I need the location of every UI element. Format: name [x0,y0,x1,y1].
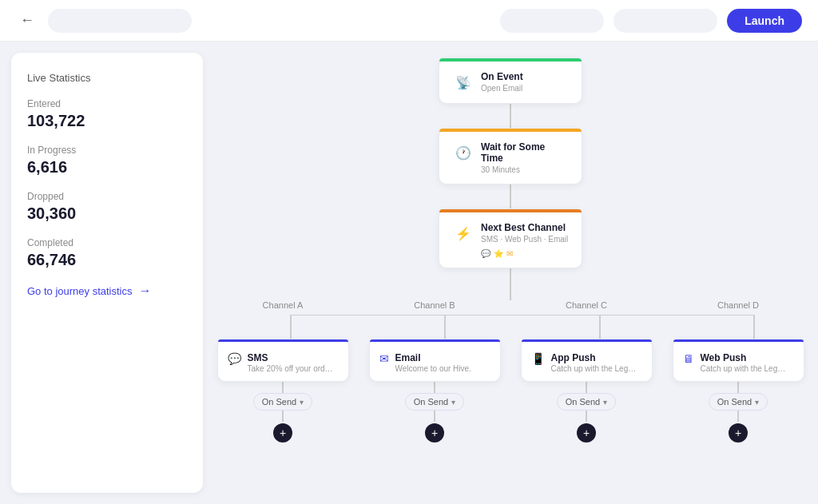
channel-b-col: ✉ Email Welcome to our Hive. On Send ▾ [369,339,501,442]
input-right[interactable] [614,9,717,33]
entered-value: 103,722 [27,112,187,130]
channel-c-card[interactable]: 📱 App Push Catch up with the Legends! [521,339,653,382]
topbar: ← Launch [0,0,818,42]
channel-a-header: 💬 SMS Take 20% off your order with code … [228,352,339,373]
wait-icon: 🕐 [452,141,475,164]
on-send-a[interactable]: On Send ▾ [253,393,312,411]
flow-container: 📡 On Event Open Email 🕐 Wait for Some Ti… [219,58,802,442]
channel-c-header: 📱 App Push Catch up with the Legends! [531,352,642,373]
on-send-b-chevron: ▾ [451,398,455,407]
channel-a-card[interactable]: 💬 SMS Take 20% off your order with code … [217,339,349,382]
on-send-conn-a [282,382,284,393]
nbc-sms-icon: 💬 [481,249,490,258]
channel-c-text: App Push Catch up with the Legends! [551,352,639,373]
add-btn-d[interactable]: + [729,423,748,442]
main-to-branch-connector [510,268,511,300]
wait-top-bar [439,129,582,132]
channel-c-col: 📱 App Push Catch up with the Legends! On… [521,339,653,442]
wait-title: Wait for Some Time [481,141,569,164]
on-event-icon: 📡 [452,71,475,93]
on-send-conn2-d [737,411,739,422]
on-send-c[interactable]: On Send ▾ [557,393,616,411]
nbc-title: Next Best Channel [481,222,568,233]
channel-a-text: SMS Take 20% off your order with code ..… [248,352,336,373]
channel-d-col: 🖥 Web Push Catch up with the Legends! On… [673,339,804,442]
nbc-channel-icons: 💬 ⭐ ✉ [481,249,569,258]
branch-label-a: Channel A [217,300,349,310]
flow-canvas: 📡 On Event Open Email 🕐 Wait for Some Ti… [203,42,818,504]
nbc-top-bar [439,209,582,212]
channel-b-subtitle: Welcome to our Hive. [395,364,471,373]
channel-b-text: Email Welcome to our Hive. [395,352,471,373]
channel-b-card[interactable]: ✉ Email Welcome to our Hive. [369,339,501,382]
nbc-push-icon: ⭐ [494,249,503,258]
dropped-value: 30,360 [27,204,187,223]
nbc-node[interactable]: ⚡ Next Best Channel SMS · Web Push · Ema… [439,208,582,268]
sms-icon: 💬 [228,352,241,365]
on-send-conn2-c [586,411,587,422]
back-button[interactable]: ← [16,10,38,32]
on-send-a-chevron: ▾ [300,398,304,407]
in-progress-label: In Progress [27,145,187,156]
branch-label-c: Channel C [521,300,653,310]
channel-a-subtitle: Take 20% off your order with code ... [248,364,336,373]
on-send-conn-b [434,382,435,393]
go-journey-text: Go to journey statistics [27,285,133,297]
nbc-text: Next Best Channel SMS · Web Push · Email [481,222,568,244]
add-btn-a[interactable]: + [273,423,292,442]
go-journey-link[interactable]: Go to journey statistics → [27,284,187,298]
on-send-conn-d [737,382,739,393]
branch-label-d: Channel D [673,300,804,310]
on-event-text: On Event Open Email [481,71,523,93]
dropped-label: Dropped [27,191,187,202]
on-send-b-label: On Send [414,397,448,407]
on-send-c-label: On Send [566,397,600,407]
channel-c-top-bar [522,339,652,342]
add-btn-c[interactable]: + [577,423,596,442]
channel-c-subtitle: Catch up with the Legends! [551,364,639,373]
channel-b-header: ✉ Email Welcome to our Hive. [379,352,490,373]
nbc-header: ⚡ Next Best Channel SMS · Web Push · Ema… [452,222,569,244]
on-event-node[interactable]: 📡 On Event Open Email [439,58,582,104]
completed-value: 66,746 [27,251,187,269]
on-event-subtitle: Open Email [481,84,523,93]
channel-d-header: 🖥 Web Push Catch up with the Legends! [683,352,794,373]
go-journey-arrow: → [139,284,152,298]
channel-a-title: SMS [248,352,336,363]
on-event-title: On Event [481,71,523,82]
channel-d-subtitle: Catch up with the Legends! [701,364,788,373]
wait-subtitle: 30 Minutes [481,165,569,174]
channel-d-title: Web Push [701,352,788,363]
input-mid[interactable] [500,9,604,33]
channel-a-col: 💬 SMS Take 20% off your order with code … [217,339,349,442]
nbc-email-icon: ✉ [506,249,513,258]
on-send-b[interactable]: On Send ▾ [405,393,464,411]
branch-svg [219,315,818,339]
channel-d-top-bar [673,339,804,342]
title-input-left[interactable] [48,9,192,33]
connector-2 [510,185,511,208]
wait-node[interactable]: 🕐 Wait for Some Time 30 Minutes [439,128,582,185]
channel-a-top-bar [218,339,348,342]
on-send-d-label: On Send [717,397,752,407]
branch-cards-row: 💬 SMS Take 20% off your order with code … [207,339,814,442]
main-area: Live Statistics Entered 103,722 In Progr… [0,42,818,504]
entered-label: Entered [27,98,187,109]
on-event-top-bar [439,58,582,62]
on-send-d[interactable]: On Send ▾ [709,393,768,411]
on-send-conn-c [586,382,587,393]
channel-b-top-bar [370,339,500,342]
on-send-c-chevron: ▾ [603,398,607,407]
channel-d-card[interactable]: 🖥 Web Push Catch up with the Legends! [673,339,804,382]
wait-text: Wait for Some Time 30 Minutes [481,141,569,174]
nbc-icon: ⚡ [452,222,475,244]
branch-labels-row: Channel A Channel B Channel C Channel D [207,300,814,310]
branch-label-b: Channel B [369,300,501,310]
launch-button[interactable]: Launch [727,9,802,33]
email-icon: ✉ [379,352,389,365]
web-push-icon: 🖥 [683,352,694,365]
channel-d-text: Web Push Catch up with the Legends! [701,352,788,373]
app-push-icon: 📱 [531,352,545,365]
sidebar-title: Live Statistics [27,72,187,84]
add-btn-b[interactable]: + [425,423,444,442]
